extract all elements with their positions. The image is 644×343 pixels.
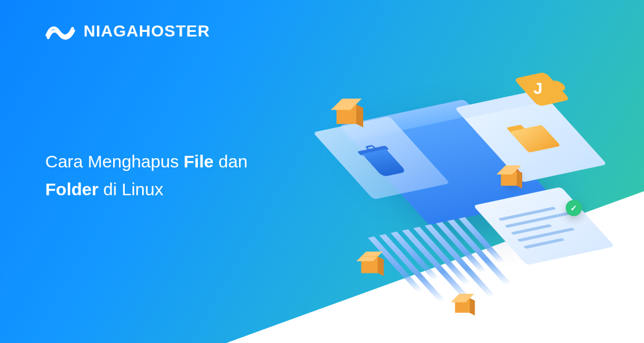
headline-bold-folder: Folder bbox=[45, 180, 99, 199]
trash-icon bbox=[353, 143, 410, 178]
folder-panel bbox=[455, 90, 607, 183]
puzzle-letter: J bbox=[534, 79, 543, 98]
close-badge-icon: ✕ bbox=[505, 168, 521, 184]
brand-name: NIAGAHOSTER bbox=[84, 22, 210, 41]
headline-bold-file: File bbox=[183, 152, 214, 171]
cube-decor bbox=[337, 104, 356, 124]
white-triangle-decor bbox=[226, 191, 644, 343]
headline-text: Cara Menghapus File dan Folder di Linux bbox=[45, 148, 248, 203]
infinity-wave-icon bbox=[45, 23, 75, 40]
trash-panel bbox=[313, 116, 450, 200]
banner-canvas: NIAGAHOSTER Cara Menghapus File dan Fold… bbox=[0, 0, 644, 343]
headline-part2: dan bbox=[214, 152, 247, 171]
headline-part3: di Linux bbox=[99, 180, 164, 199]
puzzle-piece-icon: J bbox=[513, 72, 570, 107]
headline-part1: Cara Menghapus bbox=[45, 152, 183, 171]
folder-icon bbox=[510, 125, 560, 153]
cube-decor bbox=[501, 170, 516, 185]
brand-logo: NIAGAHOSTER bbox=[45, 22, 210, 41]
